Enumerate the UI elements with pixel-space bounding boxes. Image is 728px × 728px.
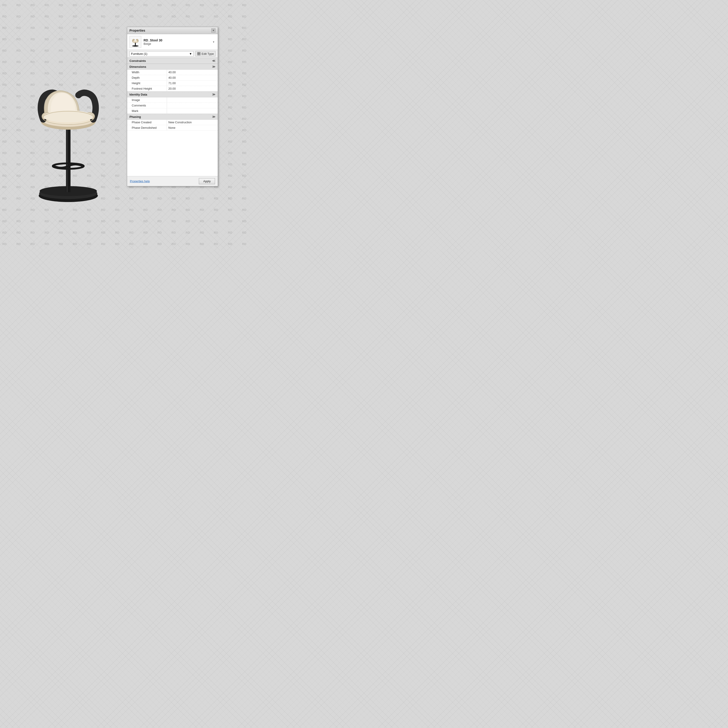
svg-rect-16 [197, 52, 199, 54]
phase-demolished-value: None [168, 126, 175, 130]
section-identity-data-label: Identity Data [130, 93, 147, 96]
svg-rect-18 [197, 54, 199, 55]
panel-titlebar: Properties ✕ [127, 27, 218, 34]
phase-created-value: New Construction [168, 121, 192, 124]
dimensions-collapse-icon: ≫ [212, 65, 216, 69]
property-label-height: Height [127, 81, 167, 86]
type-dropdown[interactable]: Furniture (1) ▼ [130, 51, 194, 57]
phasing-collapse-icon: ≫ [212, 115, 216, 119]
property-row-depth: Depth 40.00 [127, 75, 218, 81]
section-constraints[interactable]: Constraints ≪ [127, 58, 218, 64]
apply-button[interactable]: Apply [199, 178, 215, 184]
chair-viewport [0, 0, 136, 250]
property-label-phase-demolished: Phase Demolished [127, 125, 167, 130]
property-row-phase-demolished: Phase Demolished None [127, 125, 218, 131]
property-row-width: Width 40.00 [127, 70, 218, 75]
svg-rect-17 [199, 52, 200, 54]
constraints-collapse-icon: ≪ [212, 59, 216, 63]
section-phasing-label: Phasing [130, 115, 141, 119]
property-row-mark: Mark [127, 108, 218, 114]
object-header: RD_Stool 30 Beige ▼ [127, 34, 218, 50]
object-subname: Beige [144, 42, 210, 46]
width-value: 40.00 [168, 70, 176, 74]
property-value-comments[interactable] [167, 103, 218, 108]
property-label-phase-created: Phase Created [127, 120, 167, 125]
property-value-mark[interactable] [167, 108, 218, 113]
section-identity-data[interactable]: Identity Data ≫ [127, 92, 218, 97]
height-value: 71.00 [168, 81, 176, 85]
properties-table: Constraints ≪ Dimensions ≫ Width 40.00 D… [127, 58, 218, 176]
section-phasing[interactable]: Phasing ≫ [127, 114, 218, 120]
property-value-phase-created[interactable]: New Construction [167, 120, 218, 125]
property-label-comments: Comments [127, 103, 167, 108]
property-value-height[interactable]: 71.00 [167, 81, 218, 86]
object-name: RD_Stool 30 [144, 38, 210, 42]
panel-footer: Properties help Apply [127, 176, 218, 186]
svg-rect-19 [199, 54, 200, 55]
svg-rect-4 [67, 121, 67, 192]
edit-type-icon [197, 52, 201, 55]
property-value-image[interactable] [167, 97, 218, 102]
footrest-height-value: 20.00 [168, 87, 176, 90]
svg-point-10 [43, 110, 93, 122]
property-label-width: Width [127, 70, 167, 75]
section-constraints-label: Constraints [130, 59, 146, 63]
chair-illustration [20, 55, 116, 209]
property-row-phase-created: Phase Created New Construction [127, 120, 218, 125]
property-label-footrest-height: Footrest Height [127, 86, 167, 91]
property-value-footrest-height[interactable]: 20.00 [167, 86, 218, 91]
property-label-depth: Depth [127, 75, 167, 80]
type-dropdown-arrow: ▼ [189, 52, 192, 55]
depth-value: 40.00 [168, 76, 176, 80]
property-row-comments: Comments [127, 103, 218, 108]
section-dimensions[interactable]: Dimensions ≫ [127, 64, 218, 70]
close-button[interactable]: ✕ [211, 28, 216, 32]
property-value-width[interactable]: 40.00 [167, 70, 218, 75]
property-value-depth[interactable]: 40.00 [167, 75, 218, 80]
identity-data-collapse-icon: ≫ [212, 93, 216, 96]
property-label-image: Image [127, 97, 167, 102]
object-dropdown-arrow[interactable]: ▼ [212, 40, 216, 44]
properties-panel: Properties ✕ RD_Stool 30 Beige ▼ Furnitu… [127, 27, 218, 186]
section-dimensions-label: Dimensions [130, 65, 146, 69]
empty-space [127, 131, 218, 176]
edit-type-button[interactable]: Edit Type [196, 51, 216, 57]
properties-help-link[interactable]: Properties help [130, 179, 150, 183]
property-value-phase-demolished[interactable]: None [167, 125, 218, 130]
object-thumbnail [130, 36, 141, 48]
property-label-mark: Mark [127, 108, 167, 113]
thumbnail-icon [130, 37, 141, 47]
property-row-footrest-height: Footrest Height 20.00 [127, 86, 218, 92]
edit-type-label: Edit Type [202, 52, 214, 55]
type-dropdown-value: Furniture (1) [131, 52, 147, 55]
property-row-height: Height 71.00 [127, 81, 218, 86]
type-selector-row: Furniture (1) ▼ Edit Type [127, 50, 218, 58]
property-row-image: Image [127, 97, 218, 103]
panel-title: Properties [130, 29, 145, 32]
object-info: RD_Stool 30 Beige [144, 38, 210, 46]
